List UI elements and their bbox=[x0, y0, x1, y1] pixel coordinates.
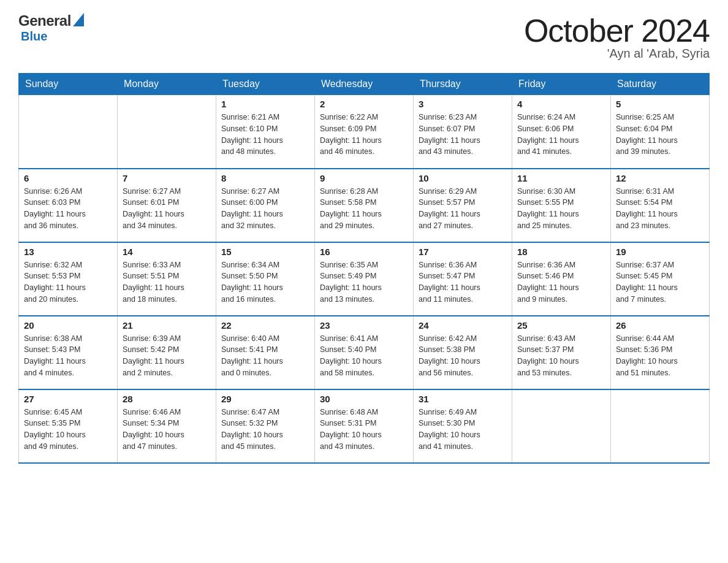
calendar-cell bbox=[19, 95, 118, 169]
day-number: 3 bbox=[419, 99, 507, 109]
day-info: Sunrise: 6:22 AMSunset: 6:09 PMDaylight:… bbox=[320, 112, 408, 158]
day-number: 13 bbox=[24, 247, 112, 257]
day-number: 17 bbox=[419, 247, 507, 257]
day-number: 28 bbox=[123, 394, 211, 404]
calendar-cell: 16Sunrise: 6:35 AMSunset: 5:49 PMDayligh… bbox=[315, 242, 414, 316]
calendar-cell: 2Sunrise: 6:22 AMSunset: 6:09 PMDaylight… bbox=[315, 95, 414, 169]
day-info: Sunrise: 6:46 AMSunset: 5:34 PMDaylight:… bbox=[123, 407, 211, 453]
calendar-table: Sunday Monday Tuesday Wednesday Thursday… bbox=[18, 73, 710, 464]
day-info: Sunrise: 6:25 AMSunset: 6:04 PMDaylight:… bbox=[616, 112, 704, 158]
day-info: Sunrise: 6:44 AMSunset: 5:36 PMDaylight:… bbox=[616, 333, 704, 379]
calendar-cell: 23Sunrise: 6:41 AMSunset: 5:40 PMDayligh… bbox=[315, 316, 414, 389]
day-number: 27 bbox=[24, 394, 112, 404]
calendar-cell: 3Sunrise: 6:23 AMSunset: 6:07 PMDaylight… bbox=[414, 95, 512, 169]
header-tuesday: Tuesday bbox=[216, 74, 315, 95]
day-info: Sunrise: 6:32 AMSunset: 5:53 PMDaylight:… bbox=[24, 259, 112, 305]
day-number: 4 bbox=[517, 99, 605, 109]
day-info: Sunrise: 6:47 AMSunset: 5:32 PMDaylight:… bbox=[221, 407, 309, 453]
calendar-week-row: 13Sunrise: 6:32 AMSunset: 5:53 PMDayligh… bbox=[19, 242, 710, 316]
calendar-cell: 25Sunrise: 6:43 AMSunset: 5:37 PMDayligh… bbox=[512, 316, 611, 389]
day-info: Sunrise: 6:21 AMSunset: 6:10 PMDaylight:… bbox=[221, 112, 309, 158]
logo-blue-text: Blue bbox=[21, 29, 47, 44]
calendar-cell: 29Sunrise: 6:47 AMSunset: 5:32 PMDayligh… bbox=[216, 389, 315, 463]
day-info: Sunrise: 6:28 AMSunset: 5:58 PMDaylight:… bbox=[320, 186, 408, 232]
header-monday: Monday bbox=[118, 74, 216, 95]
calendar-cell: 31Sunrise: 6:49 AMSunset: 5:30 PMDayligh… bbox=[414, 389, 512, 463]
calendar-cell: 18Sunrise: 6:36 AMSunset: 5:46 PMDayligh… bbox=[512, 242, 611, 316]
day-number: 29 bbox=[221, 394, 309, 404]
day-info: Sunrise: 6:34 AMSunset: 5:50 PMDaylight:… bbox=[221, 259, 309, 305]
calendar-cell: 24Sunrise: 6:42 AMSunset: 5:38 PMDayligh… bbox=[414, 316, 512, 389]
calendar-cell: 14Sunrise: 6:33 AMSunset: 5:51 PMDayligh… bbox=[118, 242, 216, 316]
svg-marker-0 bbox=[73, 13, 84, 26]
day-number: 26 bbox=[616, 320, 704, 331]
calendar-week-row: 1Sunrise: 6:21 AMSunset: 6:10 PMDaylight… bbox=[19, 95, 710, 169]
day-info: Sunrise: 6:39 AMSunset: 5:42 PMDaylight:… bbox=[123, 333, 211, 379]
calendar-cell: 27Sunrise: 6:45 AMSunset: 5:35 PMDayligh… bbox=[19, 389, 118, 463]
day-number: 25 bbox=[517, 320, 605, 331]
day-info: Sunrise: 6:35 AMSunset: 5:49 PMDaylight:… bbox=[320, 259, 408, 305]
day-info: Sunrise: 6:31 AMSunset: 5:54 PMDaylight:… bbox=[616, 186, 704, 232]
day-info: Sunrise: 6:26 AMSunset: 6:03 PMDaylight:… bbox=[24, 186, 112, 232]
calendar-cell bbox=[118, 95, 216, 169]
day-info: Sunrise: 6:36 AMSunset: 5:47 PMDaylight:… bbox=[419, 259, 507, 305]
calendar-cell: 11Sunrise: 6:30 AMSunset: 5:55 PMDayligh… bbox=[512, 169, 611, 242]
calendar-cell: 12Sunrise: 6:31 AMSunset: 5:54 PMDayligh… bbox=[611, 169, 710, 242]
day-info: Sunrise: 6:49 AMSunset: 5:30 PMDaylight:… bbox=[419, 407, 507, 453]
header-friday: Friday bbox=[512, 74, 611, 95]
logo-triangle-icon bbox=[73, 13, 84, 29]
month-title: October 2024 bbox=[524, 12, 710, 49]
calendar-cell bbox=[512, 389, 611, 463]
header-thursday: Thursday bbox=[414, 74, 512, 95]
day-number: 21 bbox=[123, 320, 211, 331]
logo: General Blue bbox=[18, 12, 84, 44]
calendar-cell: 21Sunrise: 6:39 AMSunset: 5:42 PMDayligh… bbox=[118, 316, 216, 389]
day-info: Sunrise: 6:36 AMSunset: 5:46 PMDaylight:… bbox=[517, 259, 605, 305]
calendar-cell bbox=[611, 389, 710, 463]
day-info: Sunrise: 6:23 AMSunset: 6:07 PMDaylight:… bbox=[419, 112, 507, 158]
calendar-cell: 8Sunrise: 6:27 AMSunset: 6:00 PMDaylight… bbox=[216, 169, 315, 242]
calendar-cell: 9Sunrise: 6:28 AMSunset: 5:58 PMDaylight… bbox=[315, 169, 414, 242]
calendar-header-row: Sunday Monday Tuesday Wednesday Thursday… bbox=[19, 74, 710, 95]
day-number: 20 bbox=[24, 320, 112, 331]
day-info: Sunrise: 6:42 AMSunset: 5:38 PMDaylight:… bbox=[419, 333, 507, 379]
calendar-cell: 19Sunrise: 6:37 AMSunset: 5:45 PMDayligh… bbox=[611, 242, 710, 316]
day-info: Sunrise: 6:33 AMSunset: 5:51 PMDaylight:… bbox=[123, 259, 211, 305]
calendar-cell: 26Sunrise: 6:44 AMSunset: 5:36 PMDayligh… bbox=[611, 316, 710, 389]
day-number: 15 bbox=[221, 247, 309, 257]
day-number: 16 bbox=[320, 247, 408, 257]
day-info: Sunrise: 6:43 AMSunset: 5:37 PMDaylight:… bbox=[517, 333, 605, 379]
day-number: 12 bbox=[616, 173, 704, 183]
day-number: 9 bbox=[320, 173, 408, 183]
calendar-cell: 7Sunrise: 6:27 AMSunset: 6:01 PMDaylight… bbox=[118, 169, 216, 242]
day-number: 10 bbox=[419, 173, 507, 183]
day-number: 24 bbox=[419, 320, 507, 331]
calendar-week-row: 20Sunrise: 6:38 AMSunset: 5:43 PMDayligh… bbox=[19, 316, 710, 389]
day-number: 23 bbox=[320, 320, 408, 331]
calendar-cell: 30Sunrise: 6:48 AMSunset: 5:31 PMDayligh… bbox=[315, 389, 414, 463]
day-info: Sunrise: 6:37 AMSunset: 5:45 PMDaylight:… bbox=[616, 259, 704, 305]
day-info: Sunrise: 6:30 AMSunset: 5:55 PMDaylight:… bbox=[517, 186, 605, 232]
day-number: 5 bbox=[616, 99, 704, 109]
day-number: 8 bbox=[221, 173, 309, 183]
calendar-cell: 6Sunrise: 6:26 AMSunset: 6:03 PMDaylight… bbox=[19, 169, 118, 242]
day-info: Sunrise: 6:41 AMSunset: 5:40 PMDaylight:… bbox=[320, 333, 408, 379]
day-number: 11 bbox=[517, 173, 605, 183]
page-header: General Blue October 2024 'Ayn al 'Arab,… bbox=[18, 12, 710, 61]
day-info: Sunrise: 6:27 AMSunset: 6:00 PMDaylight:… bbox=[221, 186, 309, 232]
calendar-cell: 28Sunrise: 6:46 AMSunset: 5:34 PMDayligh… bbox=[118, 389, 216, 463]
day-number: 22 bbox=[221, 320, 309, 331]
calendar-cell: 4Sunrise: 6:24 AMSunset: 6:06 PMDaylight… bbox=[512, 95, 611, 169]
day-info: Sunrise: 6:24 AMSunset: 6:06 PMDaylight:… bbox=[517, 112, 605, 158]
calendar-cell: 22Sunrise: 6:40 AMSunset: 5:41 PMDayligh… bbox=[216, 316, 315, 389]
day-info: Sunrise: 6:45 AMSunset: 5:35 PMDaylight:… bbox=[24, 407, 112, 453]
calendar-week-row: 6Sunrise: 6:26 AMSunset: 6:03 PMDaylight… bbox=[19, 169, 710, 242]
day-number: 14 bbox=[123, 247, 211, 257]
header-saturday: Saturday bbox=[611, 74, 710, 95]
calendar-cell: 17Sunrise: 6:36 AMSunset: 5:47 PMDayligh… bbox=[414, 242, 512, 316]
day-number: 2 bbox=[320, 99, 408, 109]
day-number: 19 bbox=[616, 247, 704, 257]
calendar-week-row: 27Sunrise: 6:45 AMSunset: 5:35 PMDayligh… bbox=[19, 389, 710, 463]
day-number: 7 bbox=[123, 173, 211, 183]
calendar-cell: 1Sunrise: 6:21 AMSunset: 6:10 PMDaylight… bbox=[216, 95, 315, 169]
